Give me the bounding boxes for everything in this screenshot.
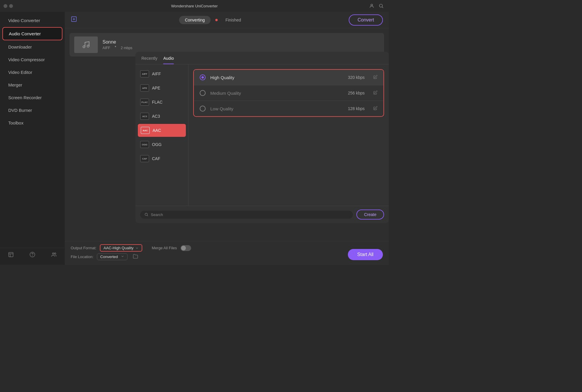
quality-name-medium: Medium Quality [210, 91, 343, 96]
file-location-select[interactable]: Converted [97, 253, 128, 260]
quality-edit-low[interactable] [373, 106, 378, 112]
format-tabs: Recently Audio [135, 52, 389, 64]
app-title: Wondershare UniConverter [171, 4, 218, 8]
quality-radio-low [200, 106, 206, 112]
format-bottom: Search Create [135, 206, 389, 223]
aac-icon: AAC [141, 127, 150, 134]
create-button[interactable]: Create [356, 210, 384, 220]
bottom-bar: Output Format: AAC-High Quality Merge Al… [65, 241, 389, 265]
file-bitrate: 2 mbps [121, 46, 132, 50]
start-all-button[interactable]: Start All [348, 249, 383, 260]
tab-finished[interactable]: Finished [219, 16, 247, 24]
svg-point-15 [145, 213, 147, 215]
output-format-select[interactable]: AAC-High Quality [100, 244, 142, 252]
svg-point-9 [54, 253, 56, 254]
format-item-aac[interactable]: AAC AAC [138, 124, 186, 137]
sidebar-item-video-compressor[interactable]: Video Compressor [2, 54, 62, 66]
merge-toggle[interactable] [181, 245, 191, 251]
svg-line-16 [147, 215, 148, 216]
file-meta: AIFF 2 mbps [102, 46, 379, 50]
sidebar-item-audio-converter[interactable]: Audio Converter [2, 27, 62, 40]
main-layout: Video Converter Audio Converter Download… [0, 12, 389, 265]
search-label: Search [151, 212, 163, 217]
finished-dot [215, 19, 218, 21]
output-format-row: Output Format: AAC-High Quality Merge Al… [71, 244, 383, 252]
quality-row-high[interactable]: High Quality 320 kbps [194, 70, 383, 85]
content-area: Converting Finished Convert [65, 12, 389, 265]
file-thumbnail [74, 36, 98, 53]
quality-name-low: Low Quality [210, 106, 343, 111]
caf-icon: CAF [140, 155, 149, 162]
titlebar: Wondershare UniConverter [0, 0, 389, 12]
sidebar-item-downloader[interactable]: Downloader [2, 41, 62, 53]
file-format: AIFF [102, 46, 110, 50]
svg-rect-3 [9, 253, 13, 257]
quality-box: High Quality 320 kbps [193, 69, 384, 117]
person-icon[interactable] [369, 3, 375, 9]
quality-edit-high[interactable] [373, 75, 378, 80]
quality-radio-medium [200, 90, 206, 96]
help-icon[interactable] [29, 252, 35, 259]
file-location-row: File Location: Converted [71, 253, 383, 260]
format-item-flac[interactable]: FLAC FLAC [135, 95, 188, 109]
folder-icon[interactable] [133, 254, 138, 260]
format-list: AIFF AIFF APE APE FLAC FLAC AC3 [135, 64, 189, 206]
add-icon [71, 16, 77, 24]
svg-point-14 [87, 45, 89, 47]
quality-bitrate-high: 320 kbps [348, 75, 365, 80]
svg-point-1 [379, 4, 383, 7]
topbar: Converting Finished Convert [65, 12, 389, 28]
close-dot[interactable] [4, 4, 7, 8]
people-icon[interactable] [51, 252, 57, 259]
finished-area: Finished [215, 16, 247, 24]
svg-point-7 [32, 256, 33, 256]
svg-point-0 [371, 4, 373, 6]
meta-separator [115, 46, 116, 47]
convert-button[interactable]: Convert [349, 14, 383, 26]
ogg-icon: OGG [140, 141, 149, 148]
svg-point-8 [52, 253, 54, 254]
topbar-tabs: Converting Finished [179, 16, 247, 24]
book-icon[interactable] [8, 252, 14, 259]
quality-row-medium[interactable]: Medium Quality 256 kbps [194, 85, 383, 101]
svg-line-2 [382, 7, 383, 8]
window-controls [4, 4, 13, 8]
flac-icon: FLAC [140, 99, 149, 106]
format-item-caf[interactable]: CAF CAF [135, 152, 188, 166]
file-area: Sonne AIFF 2 mbps Recently Audio [65, 28, 389, 241]
ape-icon: APE [140, 84, 149, 92]
sidebar-item-screen-recorder[interactable]: Screen Recorder [2, 92, 62, 104]
quality-panel: High Quality 320 kbps [189, 64, 389, 206]
format-body: AIFF AIFF APE APE FLAC FLAC AC3 [135, 64, 389, 206]
file-name: Sonne [102, 39, 379, 45]
tab-recently[interactable]: Recently [141, 56, 157, 64]
format-item-ogg[interactable]: OGG OGG [135, 137, 188, 152]
file-location-value: Converted [100, 255, 118, 259]
minimize-dot[interactable] [9, 4, 13, 8]
sidebar: Video Converter Audio Converter Download… [0, 12, 65, 265]
quality-edit-medium[interactable] [373, 90, 378, 96]
file-location-label: File Location: [71, 255, 93, 259]
svg-point-13 [83, 46, 85, 48]
format-item-ape[interactable]: APE APE [135, 81, 188, 95]
tab-audio[interactable]: Audio [163, 56, 174, 64]
sidebar-item-dvd-burner[interactable]: DVD Burner [2, 104, 62, 116]
quality-name-high: High Quality [210, 75, 343, 80]
sidebar-item-merger[interactable]: Merger [2, 79, 62, 91]
titlebar-icons [369, 3, 384, 9]
sidebar-item-video-converter[interactable]: Video Converter [2, 14, 62, 26]
file-info: Sonne AIFF 2 mbps [102, 39, 379, 50]
sidebar-item-video-editor[interactable]: Video Editor [2, 66, 62, 78]
search-icon[interactable] [378, 3, 384, 9]
sidebar-item-toolbox[interactable]: Toolbox [2, 117, 62, 129]
format-item-ac3[interactable]: AC3 AC3 [135, 109, 188, 123]
format-item-aiff[interactable]: AIFF AIFF [135, 67, 188, 81]
quality-bitrate-medium: 256 kbps [348, 91, 365, 95]
format-selector: Recently Audio AIFF AIFF APE APE [135, 52, 389, 223]
quality-row-low[interactable]: Low Quality 128 kbps [194, 101, 383, 116]
add-file-button[interactable] [71, 16, 77, 24]
merge-label: Merge All Files [152, 246, 177, 250]
search-box[interactable]: Search [140, 211, 353, 219]
tab-converting[interactable]: Converting [179, 16, 211, 24]
ac3-icon: AC3 [140, 113, 149, 120]
